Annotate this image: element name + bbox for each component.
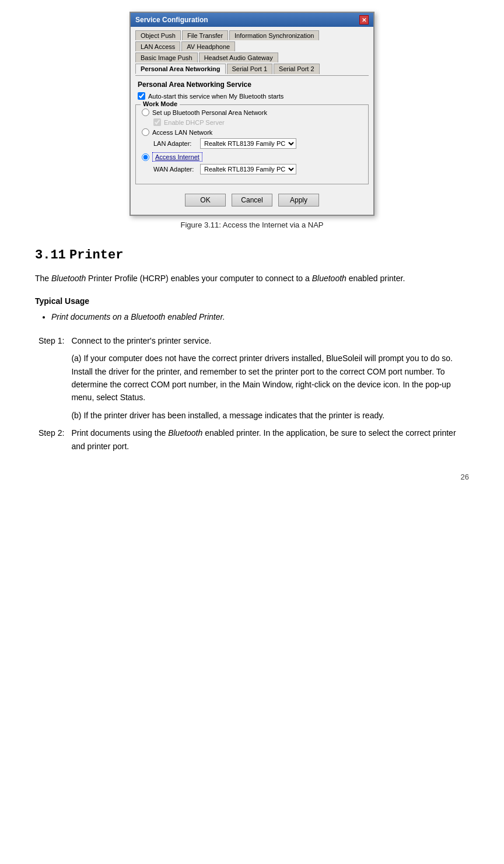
typical-usage-heading: Typical Usage — [35, 296, 469, 306]
radio-pan-option: Set up Bluetooth Personal Area Network — [142, 109, 362, 116]
dialog-body: Object Push File Transfer Information Sy… — [131, 27, 373, 215]
step2-row: Step 2: Print documents using the Blueto… — [35, 424, 469, 455]
radio-pan[interactable] — [142, 109, 149, 116]
lan-adapter-row: LAN Adapter: Realtek RTL8139 Family PCI … — [153, 138, 362, 149]
lan-adapter-select[interactable]: Realtek RTL8139 Family PCI F — [200, 138, 296, 149]
dhcp-checkbox — [153, 118, 161, 126]
step1a-text: (a) If your computer does not have the c… — [71, 352, 466, 404]
radio-lan-option: Access LAN Network — [142, 128, 362, 136]
autostart-row: Auto-start this service when My Bluetoot… — [138, 92, 369, 100]
dialog-titlebar: Service Configuration ✕ — [131, 13, 373, 27]
radio-lan[interactable] — [142, 128, 149, 136]
lan-adapter-label: LAN Adapter: — [153, 140, 200, 147]
workmode-groupbox: Work Mode Set up Bluetooth Personal Area… — [135, 104, 369, 184]
step2-content: Print documents using the Bluetooth enab… — [68, 424, 469, 455]
section-intro: The Bluetooth Printer Profile (HCRP) ena… — [35, 272, 469, 285]
dialog-window: Service Configuration ✕ Object Push File… — [130, 12, 374, 216]
tab-av-headphone[interactable]: AV Headphone — [181, 41, 235, 51]
figure-caption: Figure 3.11: Access the Internet via a N… — [181, 221, 324, 229]
tab-serial-port-2[interactable]: Serial Port 2 — [274, 64, 320, 74]
tab-row-3: Basic Image Push Headset Audio Gateway — [135, 53, 369, 62]
step1-label: Step 1: — [35, 332, 68, 424]
step1-text: Connect to the printer's printer service… — [71, 334, 466, 347]
tab-serial-port-1[interactable]: Serial Port 1 — [227, 64, 273, 74]
tab-row-2: LAN Access AV Headphone — [135, 41, 369, 51]
tab-object-push[interactable]: Object Push — [135, 30, 181, 40]
step1-content: Connect to the printer's printer service… — [68, 332, 469, 424]
dhcp-label: Enable DHCP Server — [164, 119, 225, 126]
cancel-button[interactable]: Cancel — [232, 194, 272, 207]
tab-personal-area-networking[interactable]: Personal Area Networking — [135, 64, 226, 74]
section-3-11: 3.11 Printer The Bluetooth Printer Profi… — [35, 247, 469, 455]
wan-adapter-select[interactable]: Realtek RTL8139 Family PCI F — [200, 164, 296, 174]
service-name-label: Personal Area Networking Service — [138, 81, 369, 89]
step2-label: Step 2: — [35, 424, 68, 455]
radio-lan-label: Access LAN Network — [152, 129, 212, 136]
wan-adapter-label: WAN Adapter: — [153, 166, 200, 173]
dhcp-option: Enable DHCP Server — [153, 118, 362, 126]
dialog-close-button[interactable]: ✕ — [359, 15, 369, 25]
tab-basic-image-push[interactable]: Basic Image Push — [135, 53, 198, 62]
ok-button[interactable]: OK — [185, 194, 226, 207]
wan-adapter-row: WAN Adapter: Realtek RTL8139 Family PCI … — [153, 164, 362, 174]
tab-lan-access[interactable]: LAN Access — [135, 41, 180, 51]
workmode-title: Work Mode — [141, 100, 180, 107]
step1b-text: (b) If the printer driver has been insta… — [71, 409, 466, 422]
tab-headset-audio[interactable]: Headset Audio Gateway — [199, 53, 278, 62]
radio-internet-option: Access Internet — [142, 152, 362, 162]
apply-button[interactable]: Apply — [278, 194, 319, 207]
tab-row-4: Personal Area Networking Serial Port 1 S… — [135, 64, 369, 74]
steps-table: Step 1: Connect to the printer's printer… — [35, 332, 469, 455]
tab-file-transfer[interactable]: File Transfer — [182, 30, 228, 40]
dialog-title: Service Configuration — [135, 16, 208, 24]
tab-row-1: Object Push File Transfer Information Sy… — [135, 30, 369, 40]
radio-pan-label: Set up Bluetooth Personal Area Network — [152, 109, 267, 116]
page-number: 26 — [35, 473, 469, 481]
dialog-buttons-row: OK Cancel Apply — [135, 190, 369, 209]
bullet-item: Print documents on a Bluetooth enabled P… — [51, 310, 469, 323]
step2-text: Print documents using the Bluetooth enab… — [71, 426, 466, 453]
radio-internet[interactable] — [142, 153, 149, 161]
autostart-label: Auto-start this service when My Bluetoot… — [148, 93, 284, 100]
usage-bullet-list: Print documents on a Bluetooth enabled P… — [51, 310, 469, 323]
radio-internet-label[interactable]: Access Internet — [152, 152, 202, 162]
section-heading: 3.11 Printer — [35, 247, 469, 263]
tab-info-sync[interactable]: Information Synchronization — [229, 30, 319, 40]
autostart-checkbox[interactable] — [138, 92, 145, 100]
step1-row: Step 1: Connect to the printer's printer… — [35, 332, 469, 424]
screenshot-container: Service Configuration ✕ Object Push File… — [35, 12, 469, 229]
